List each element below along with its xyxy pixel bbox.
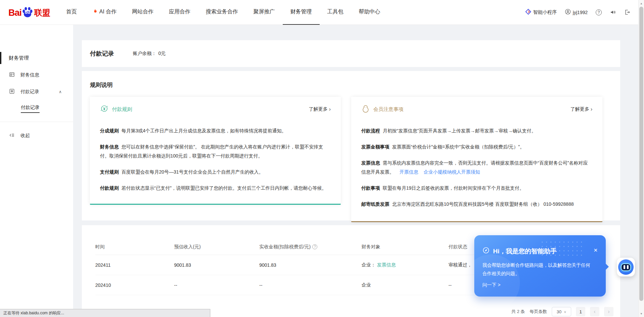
per-page-select[interactable]: 30 ∨ <box>552 307 571 316</box>
nav-right-cluster: 智能小程序 jyj1992 ? <box>525 9 631 16</box>
cell-time: 202411 <box>95 262 174 268</box>
payment-rules-more-link[interactable]: 了解更多› <box>309 106 331 112</box>
payment-rules-card-header: 付款规则 了解更多› <box>100 97 331 122</box>
next-page-button[interactable]: › <box>604 307 613 316</box>
nav-item-screen[interactable]: 聚屏推广 <box>246 0 283 25</box>
rule-item: 付款规则若付款状态显示“已支付”，说明联盟已安排了您的付款。支付后三个工作日内到… <box>100 184 331 193</box>
scrollbar-thumb[interactable] <box>639 7 643 301</box>
nav-item-finance[interactable]: 财务管理 <box>283 0 320 25</box>
logo-du-text: du <box>22 10 33 15</box>
member-notes-more-link[interactable]: 了解更多› <box>571 106 592 112</box>
invoice-info-link[interactable]: 开票信息 <box>399 169 418 175</box>
rules-panel: 规则说明 付款规则 <box>82 71 620 220</box>
col-finance-entity: 财务对象 <box>362 244 448 250</box>
smart-program-link[interactable]: 智能小程序 <box>525 9 557 16</box>
coin-yuan-icon <box>100 104 109 114</box>
vertical-scrollbar[interactable]: ▲ ▼ <box>638 0 644 317</box>
baidu-paw-icon: du <box>22 7 33 18</box>
note-item: 邮寄纸质发票北京市海淀区西北旺东路10号院百度科技园5号楼 百度联盟财务组（收）… <box>361 200 592 209</box>
chevron-right-icon: › <box>591 106 592 112</box>
nav-item-search-biz[interactable]: 搜索业务合作 <box>198 0 246 25</box>
cell-actual: 9001.83 <box>259 262 362 268</box>
assistant-robot-button[interactable] <box>617 258 635 276</box>
top-nav: Bai du 联盟 首页 <box>0 0 644 25</box>
rule-item: 支付规则百度联盟会在每月20号—31号支付企业会员上个自然月产生的收入。 <box>100 168 331 177</box>
cell-time: 202410 <box>95 282 174 288</box>
payment-record-badge-icon <box>9 88 15 96</box>
payment-rules-card: 付款规则 了解更多› 分成规则每月第3或4个工作日产出上月分成信息及发票信息，如… <box>90 97 341 205</box>
sidebar-subitem-payment-record-active[interactable]: 付款记录 <box>0 104 73 114</box>
member-notes-body: 付款流程月初按“发票信息”页面开具发票→上传发票→邮寄发票→审核→确认支付。 发… <box>361 126 592 209</box>
invoice-info-table-link[interactable]: 发票信息 <box>377 262 396 267</box>
penguin-icon <box>361 104 370 114</box>
sidebar-item-finance-info[interactable]: 财务信息 <box>0 70 73 80</box>
nav-item-help[interactable]: 帮助中心 <box>351 0 388 25</box>
total-count: 共 2 条 <box>512 309 525 315</box>
id-card-icon <box>9 71 15 79</box>
cell-entity: 企业 <box>362 282 448 288</box>
note-item: 发票信息需与系统内发票信息内容完全一致，否则无法支付。请根据发票信息页面中“百度… <box>361 158 592 177</box>
scroll-up-arrow-icon[interactable]: ▲ <box>639 1 644 6</box>
caret-down-icon: ∨ <box>564 310 566 314</box>
col-estimated-income: 预估收入(元) <box>174 244 259 250</box>
payment-rules-body: 分成规则每月第3或4个工作日产出上月分成信息及发票信息，如有特殊情况将提前通知。… <box>100 126 331 193</box>
prev-page-button[interactable]: ‹ <box>590 307 599 316</box>
nav-item-toolkit[interactable]: 工具包 <box>320 0 351 25</box>
page-title: 付款记录 <box>90 50 114 58</box>
rules-section-title: 规则说明 <box>90 81 612 89</box>
assistant-popup: Hi，我是您的智能助手 ✕ 我会帮助您诊断合作链路问题，以及解答您关于任何合作相… <box>474 235 606 297</box>
logo-bai-text: Bai <box>8 8 21 18</box>
nav-item-ai[interactable]: AI 合作 <box>85 0 124 25</box>
chevron-up-icon[interactable]: ∧ <box>59 89 62 94</box>
flame-icon <box>92 8 98 16</box>
column-help-icon[interactable]: ? <box>312 244 317 249</box>
collapse-left-icon <box>9 132 15 139</box>
main-nav: 首页 AI 合作 网站合作 应用合作 搜索业务合作 聚屏推广 财务管理 工具包 … <box>58 0 388 25</box>
cell-entity: 企业：发票信息 <box>362 262 448 268</box>
cell-estimated: -- <box>174 282 259 288</box>
announcement-sound-icon[interactable] <box>610 9 616 15</box>
smart-program-icon <box>525 9 531 16</box>
sidebar-item-payment-record[interactable]: 付款记录 ∧ <box>0 87 73 97</box>
user-account[interactable]: jyj1992 <box>565 9 588 16</box>
browser-status-bar: 正在等待 xlab.baidu.com 的响应... <box>0 309 210 317</box>
cell-actual: -- <box>259 282 362 288</box>
page-header-panel: 付款记录 账户余额：0元 <box>82 40 620 67</box>
rule-item: 分成规则每月第3或4个工作日产出上月分成信息及发票信息，如有特殊情况将提前通知。 <box>100 126 331 135</box>
col-time: 时间 <box>95 244 174 250</box>
help-icon[interactable]: ? <box>596 9 602 15</box>
rule-cards: 付款规则 了解更多› 分成规则每月第3或4个工作日产出上月分成信息及发票信息，如… <box>90 97 612 222</box>
note-item: 发票金额事项发票票面“价税合计”金额=系统中“实收金额（扣除税费后/元）”。 <box>361 142 592 151</box>
member-notes-card: 会员注意事项 了解更多› 付款流程月初按“发票信息”页面开具发票→上传发票→邮寄… <box>351 97 602 222</box>
page: Bai du 联盟 首页 <box>0 0 644 317</box>
decorative-bubble <box>463 254 520 311</box>
payment-rules-title: 付款规则 <box>112 106 132 113</box>
logout-icon[interactable] <box>624 9 631 15</box>
balance-value: 0元 <box>158 51 166 56</box>
sidebar-divider <box>0 122 73 122</box>
chevron-right-icon: › <box>329 106 331 112</box>
nav-item-home[interactable]: 首页 <box>58 0 85 25</box>
nav-item-app[interactable]: 应用合作 <box>161 0 198 25</box>
rule-item: 财务信息您可以在财务信息中选择“保留付款”。 在此期间您产生的收入将在账户内进行… <box>100 142 331 161</box>
scroll-down-arrow-icon[interactable]: ▼ <box>639 311 644 316</box>
cell-estimated: 9001.83 <box>174 262 259 268</box>
note-item: 付款流程月初按“发票信息”页面开具发票→上传发票→邮寄发票→审核→确认支付。 <box>361 126 592 135</box>
close-icon[interactable]: ✕ <box>593 247 598 253</box>
decorative-dots <box>540 240 584 257</box>
note-item: 付款事项联盟在每月19日之后签收的发票，付款时间安排在下个月首批支付。 <box>361 184 592 193</box>
user-icon <box>565 9 571 16</box>
col-actual-amount: 实收金额(扣除税费后/元) ? <box>259 244 362 250</box>
page-number-1[interactable]: 1 <box>576 307 585 316</box>
pagination: 共 2 条 每页条数 30 ∨ 1 ‹ › <box>512 307 613 316</box>
nav-item-website[interactable]: 网站合作 <box>124 0 161 25</box>
sidebar: 财务管理 财务信息 付款记录 ∧ 付款记录 <box>0 25 73 317</box>
logo-union-text: 联盟 <box>34 7 50 18</box>
baidu-union-logo[interactable]: Bai du 联盟 <box>8 7 50 18</box>
member-notes-title: 会员注意事项 <box>373 106 404 113</box>
sidebar-group-finance-management[interactable]: 财务管理 <box>0 53 73 63</box>
robot-avatar-icon <box>618 259 634 275</box>
member-notes-card-header: 会员注意事项 了解更多› <box>361 97 592 122</box>
sidebar-collapse-button[interactable]: 收起 <box>0 131 73 141</box>
small-taxpayer-notice-link[interactable]: 企业小规模纳税人开票须知 <box>424 169 480 175</box>
